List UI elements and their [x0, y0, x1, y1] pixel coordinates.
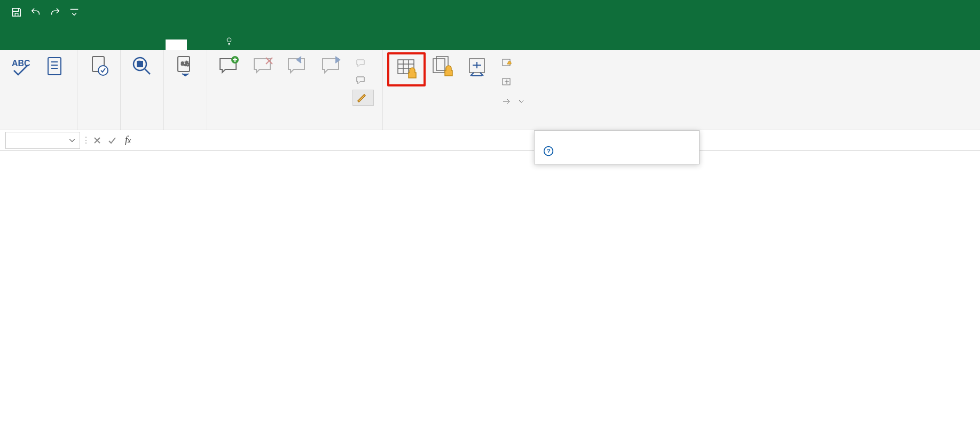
chevron-down-icon [69, 137, 75, 144]
tab-page-layout[interactable] [89, 39, 110, 50]
group-proofing: ABC [0, 50, 77, 130]
show-hide-comment-icon [356, 58, 366, 68]
spelling-button[interactable]: ABC [4, 52, 38, 82]
translate-button[interactable]: aあ [168, 52, 202, 82]
svg-rect-2 [48, 58, 61, 75]
svg-text:i: i [138, 60, 140, 68]
spelling-icon: ABC [10, 54, 33, 78]
show-all-comments-icon [356, 75, 366, 85]
next-comment-icon [319, 54, 343, 78]
protect-sheet-button[interactable] [387, 52, 426, 86]
svg-text:ABC: ABC [12, 59, 30, 68]
group-changes [383, 50, 531, 130]
insert-function-button[interactable]: fx [120, 135, 136, 146]
group-label-insights [125, 128, 159, 130]
qat-customize-icon[interactable] [68, 6, 80, 20]
share-workbook-button[interactable] [460, 52, 494, 86]
help-icon: ? [543, 146, 554, 156]
smart-lookup-button[interactable]: i [125, 52, 159, 82]
group-label-comments [211, 128, 378, 130]
svg-point-0 [227, 38, 231, 42]
ribbon-tabs [0, 27, 980, 50]
track-changes-button[interactable] [498, 94, 527, 109]
show-all-comments-button[interactable] [352, 73, 374, 88]
thesaurus-icon [44, 54, 67, 78]
protect-share-workbook-button[interactable] [498, 56, 527, 70]
tab-file[interactable] [7, 39, 33, 50]
tell-me-search[interactable] [217, 32, 246, 50]
svg-text:aあ: aあ [181, 60, 190, 66]
redo-icon[interactable] [49, 6, 61, 20]
show-ink-icon [356, 92, 367, 103]
allow-users-edit-ranges-button[interactable] [498, 75, 527, 90]
delete-comment-icon [251, 54, 275, 78]
smart-lookup-icon: i [130, 54, 154, 78]
enter-formula-button[interactable] [105, 133, 120, 148]
protect-workbook-icon [431, 54, 454, 78]
translate-icon: aあ [174, 54, 197, 78]
tab-insert[interactable] [63, 39, 84, 50]
formula-bar: ⋮ fx [0, 130, 980, 151]
protect-workbook-button[interactable] [426, 52, 460, 86]
previous-comment-button[interactable] [280, 52, 314, 82]
group-language: aあ [164, 50, 207, 130]
tab-formulas[interactable] [114, 39, 136, 50]
share-workbook-icon [465, 54, 489, 78]
tell-me-more-link[interactable]: ? [543, 146, 691, 156]
undo-icon[interactable] [30, 6, 42, 20]
next-comment-button[interactable] [314, 52, 348, 82]
group-label-language [168, 128, 202, 130]
protect-sheet-icon [395, 57, 418, 80]
thesaurus-button[interactable] [38, 52, 73, 82]
show-hide-comment-button[interactable] [352, 56, 374, 70]
delete-comment-button[interactable] [246, 52, 280, 82]
chevron-down-icon [519, 99, 524, 104]
accessibility-icon [87, 54, 111, 78]
name-box[interactable] [5, 132, 80, 149]
cancel-formula-button[interactable] [90, 133, 105, 148]
group-insights: i [121, 50, 164, 130]
quick-access-toolbar [0, 6, 80, 20]
check-accessibility-button[interactable] [82, 52, 116, 82]
new-comment-button[interactable] [211, 52, 246, 82]
group-accessibility [77, 50, 121, 130]
save-icon[interactable] [11, 6, 22, 20]
group-comments [207, 50, 383, 130]
previous-comment-icon [285, 54, 309, 78]
ribbon: ABC i [0, 50, 980, 130]
tab-data[interactable] [140, 39, 161, 50]
new-comment-icon [217, 54, 240, 78]
group-label-proofing [4, 128, 73, 130]
track-changes-icon [501, 96, 512, 107]
protect-sheet-tooltip: ? [534, 130, 700, 164]
protect-share-workbook-icon [501, 58, 512, 68]
tab-view[interactable] [191, 39, 213, 50]
group-label-accessibility [82, 128, 116, 130]
group-label-changes [387, 128, 527, 130]
tab-review[interactable] [166, 39, 187, 50]
title-bar [0, 0, 980, 27]
lightbulb-icon [224, 36, 234, 46]
tab-home[interactable] [37, 39, 59, 50]
show-ink-button[interactable] [352, 90, 374, 106]
allow-edit-ranges-icon [501, 77, 512, 88]
svg-text:?: ? [547, 147, 551, 154]
